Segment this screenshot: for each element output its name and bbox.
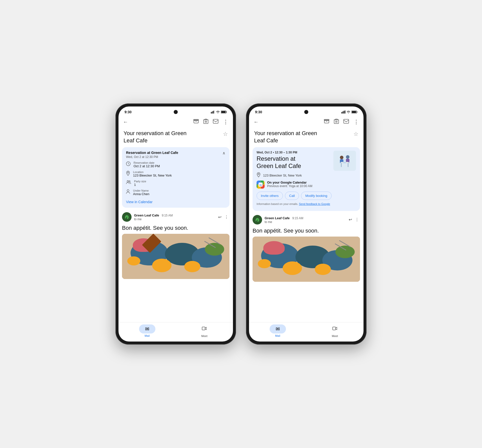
svg-rect-16 — [202, 327, 205, 330]
svg-rect-5 — [221, 111, 226, 113]
detail-location: Location 123 Bleecker St, New York — [126, 171, 225, 177]
res-card-title: Reservation at Green Leaf Cafe — [126, 151, 178, 155]
svg-rect-1 — [212, 111, 213, 114]
svg-rect-17 — [341, 112, 342, 114]
svg-rect-30 — [348, 163, 348, 167]
sender-name-right: Green Leaf Cafe — [265, 216, 290, 220]
sender-to: to me — [134, 217, 215, 221]
svg-rect-34 — [346, 159, 349, 162]
email-body-right: Bon appétit. See you soon. — [249, 227, 364, 322]
exp-location-text: 123 Bleecker St, New York — [263, 174, 302, 177]
feedback-link[interactable]: Send feedback to Google — [299, 202, 330, 205]
svg-rect-18 — [343, 111, 343, 114]
under-name-value: Anna Chen — [133, 192, 149, 196]
mail-nav-label: Mail — [145, 334, 150, 337]
sender-time: 9:15 AM — [162, 214, 173, 217]
status-time: 9:30 — [125, 110, 132, 114]
toolbar-right: ← ⋮ — [249, 116, 364, 128]
svg-rect-46 — [333, 327, 336, 330]
svg-point-14 — [129, 181, 130, 182]
email-subject-title: Your reservation at GreenLeaf Cafe — [124, 130, 187, 144]
sender-name: Green Leaf Cafe — [134, 213, 159, 217]
date-value: Oct 2 at 12:30 PM — [134, 164, 160, 168]
right-phone: 9:30 ← ⋮ Your reservatio — [246, 103, 367, 345]
collapse-icon[interactable]: ∧ — [222, 151, 225, 155]
leaf-icon — [124, 214, 130, 220]
status-icons-right — [341, 110, 357, 114]
reply-button[interactable]: ↩ — [217, 214, 222, 220]
reservation-card-collapsed: Reservation at Green Leaf Cafe Wed, Oct … — [122, 147, 229, 208]
sender-row: Green Leaf Cafe 9:15 AM to me ↩ ⋮ — [118, 210, 233, 224]
svg-point-15 — [127, 190, 129, 192]
view-calendar-link[interactable]: View in Calendar — [126, 200, 153, 204]
nav-meet-right[interactable]: Meet — [306, 324, 364, 338]
exp-location-icon — [257, 172, 261, 179]
svg-point-38 — [258, 173, 259, 175]
signal-icon-right — [341, 110, 345, 114]
wifi-icon — [216, 111, 220, 114]
call-button[interactable]: Call — [285, 192, 299, 200]
svg-rect-0 — [211, 112, 212, 114]
date-label: Reservation date — [134, 161, 160, 164]
feedback-row: Information based on your emails. Send f… — [257, 202, 356, 205]
mail-nav-label-right: Mail — [275, 334, 280, 337]
back-button[interactable]: ← — [122, 118, 130, 126]
sender-row-right: Green Leaf Cafe 9:15 AM to me ↩ ⋮ — [249, 213, 364, 227]
status-time-right: 9:30 — [255, 110, 262, 114]
archive-button[interactable] — [192, 117, 200, 127]
email-button-right[interactable] — [342, 118, 350, 126]
left-phone: 9:30 ← ⋮ Your reservatio — [115, 103, 236, 345]
res-card-subtitle: Wed, Oct 2 at 12:30 PM — [126, 155, 178, 159]
svg-point-36 — [341, 162, 344, 163]
svg-rect-27 — [344, 119, 349, 123]
res-exp-date: Wed, Oct 2 • 12:30 – 1:30 PM — [257, 151, 331, 154]
email-subject: Your reservation at GreenLeaf Cafe ☆ — [118, 128, 233, 146]
archive-button-right[interactable] — [322, 117, 331, 127]
clock-icon — [126, 161, 131, 167]
camera-notch-right — [304, 110, 308, 114]
battery-icon — [221, 110, 227, 114]
wifi-icon-right — [347, 111, 350, 114]
nav-meet[interactable]: Meet — [176, 324, 233, 338]
leaf-icon-right — [255, 217, 260, 222]
star-icon-right[interactable]: ☆ — [353, 131, 358, 137]
svg-rect-3 — [214, 110, 215, 114]
reply-button-right[interactable]: ↩ — [348, 216, 353, 223]
more-sender-button-right[interactable]: ⋮ — [354, 216, 360, 223]
calendar-row: 31 On your Google Calendar Previous even… — [257, 181, 356, 189]
email-body: Bon appétit. See you soon. — [118, 224, 233, 322]
mail-nav-icon-right: ✉ — [270, 324, 286, 333]
svg-point-33 — [346, 155, 349, 159]
svg-rect-22 — [352, 111, 356, 113]
svg-point-37 — [346, 162, 349, 163]
detail-name: Under Name Anna Chen — [126, 189, 225, 196]
email-button[interactable] — [211, 118, 220, 126]
feedback-text: Information based on your emails. — [257, 202, 298, 205]
calendar-label: On your Google Calendar — [267, 181, 312, 184]
people-icon — [126, 180, 131, 185]
bottom-nav: ✉ Mail Meet — [118, 322, 233, 342]
star-icon[interactable]: ☆ — [223, 131, 228, 137]
detail-date: Reservation date Oct 2 at 12:30 PM — [126, 161, 225, 168]
more-button-right[interactable]: ⋮ — [352, 117, 360, 127]
sender-avatar-right — [253, 215, 262, 225]
svg-rect-10 — [213, 119, 218, 123]
more-button[interactable]: ⋮ — [221, 117, 230, 127]
exp-location-row: 123 Bleecker St, New York — [257, 172, 356, 179]
svg-rect-29 — [341, 163, 342, 167]
sender-to-right: to me — [265, 220, 345, 224]
party-label: Party size — [134, 180, 146, 183]
more-sender-button[interactable]: ⋮ — [223, 214, 229, 220]
location-pin-icon — [126, 171, 130, 177]
delete-button[interactable] — [202, 117, 210, 127]
nav-mail-right[interactable]: ✉ Mail — [249, 324, 306, 338]
modify-booking-button[interactable]: Modify booking — [301, 192, 331, 200]
delete-button-right[interactable] — [332, 117, 340, 127]
invite-others-button[interactable]: Invite others — [257, 192, 283, 200]
back-button-right[interactable]: ← — [252, 118, 260, 126]
nav-mail[interactable]: ✉ Mail — [118, 324, 176, 338]
svg-rect-2 — [213, 111, 214, 114]
battery-icon-right — [351, 110, 357, 114]
svg-rect-35 — [344, 161, 345, 162]
svg-text:31: 31 — [259, 184, 262, 186]
